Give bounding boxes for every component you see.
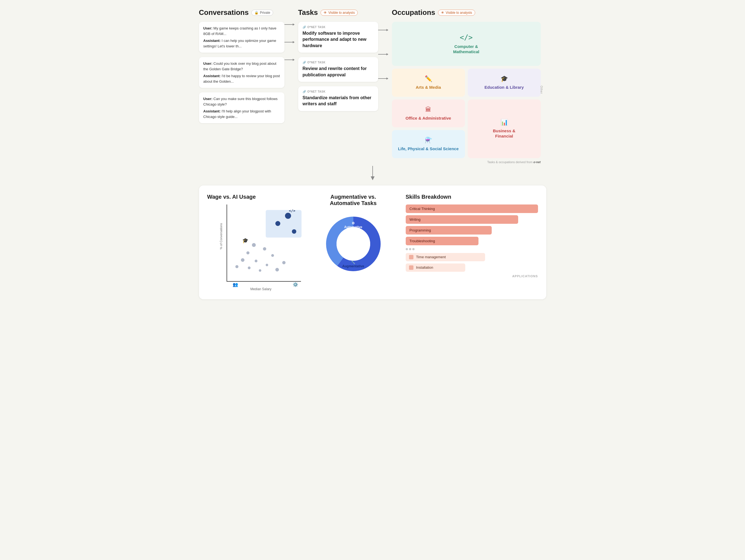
arrowhead-2	[293, 41, 295, 43]
more-skills-dots	[406, 248, 538, 250]
tasks-visible-badge: 👁 Visible to analysts	[321, 10, 358, 16]
computer-highlight-box	[266, 210, 301, 237]
wage-chart-column: Wage vs. AI Usage % of Conversations </>…	[207, 194, 301, 291]
wage-scatter-plot: </> 🎓	[227, 204, 301, 282]
occ-business-name: Business &Financial	[493, 128, 515, 139]
occ-arts-name: Arts & Media	[416, 85, 441, 90]
task-occ-arrow-1	[378, 29, 392, 31]
occ-life-science: ⚗️ Life, Physical & Social Science	[392, 130, 465, 158]
conv-to-task-arrows	[285, 8, 298, 61]
skill-bar-programming: Programming	[406, 226, 492, 234]
bottom-icon-right: ⚙️	[293, 282, 298, 287]
wage-chart-title: Wage vs. AI Usage	[207, 194, 301, 200]
conversations-column: Conversations 🔒 Private User: My game ke…	[199, 8, 285, 128]
wage-chart-area-wrapper: % of Conversations </> 🎓	[218, 204, 301, 291]
dot-2	[409, 248, 411, 250]
onet-note: Tasks & occupations derived from o·net	[392, 160, 541, 164]
scatter-dot-g7	[282, 261, 286, 264]
x-axis-label: Median Salary	[221, 287, 301, 291]
task-label-1: 🔗 O*NET TASK	[303, 26, 374, 29]
arrowhead-1	[293, 24, 295, 26]
skills-column: Skills Breakdown Critical Thinking Writi…	[406, 194, 538, 291]
skill-bar-troubleshooting: Troubleshooting	[406, 237, 479, 245]
occ-computer-name: Computer &Mathematical	[453, 44, 479, 55]
conv-user-1: User: My game keeps crashing as I only h…	[203, 26, 280, 36]
other-label: Other	[540, 86, 543, 94]
occ-education-name: Education & Library	[485, 85, 524, 90]
donut-hole	[336, 227, 370, 261]
arts-icon: ✏️	[425, 75, 432, 83]
task-label-3: 🔗 O*NET TASK	[303, 90, 374, 93]
arrow-line-2	[285, 42, 293, 42]
occ-business-financial: 📊 Business &Financial	[468, 99, 541, 158]
y-axis-label: % of Conversations	[219, 223, 222, 249]
occ-education-library: 🎓 Education & Library	[468, 69, 541, 97]
main-container: Conversations 🔒 Private User: My game ke…	[199, 8, 546, 299]
tasks-title: Tasks	[298, 8, 318, 17]
task-to-occ-arrows	[378, 8, 392, 80]
occ-science-name: Life, Physical & Social Science	[398, 146, 459, 152]
dot-3	[412, 248, 415, 250]
occ-visible-badge: 👁 Visible to analysts	[438, 10, 475, 16]
science-icon: ⚗️	[425, 137, 432, 144]
skill-bar-time-management: Time management	[406, 253, 485, 261]
scatter-dot-g5	[241, 258, 245, 262]
task-card-3: 🔗 O*NET TASK Standardize materials from …	[298, 86, 378, 111]
top-flow: Conversations 🔒 Private User: My game ke…	[199, 8, 546, 164]
skill-bar-critical-thinking: Critical Thinking	[406, 204, 538, 213]
occupations-grid: </> Computer &Mathematical ✏️ Arts & Med…	[392, 22, 541, 158]
private-badge: 🔒 Private	[251, 10, 273, 16]
education-icon: 🎓	[500, 75, 508, 83]
conversations-title: Conversations	[199, 8, 249, 17]
arrow-line-3	[285, 60, 293, 60]
scatter-dot-g4	[271, 254, 274, 257]
skill-bar-installation: Installation	[406, 263, 465, 272]
task-card-1: 🔗 O*NET TASK Modify software to improve …	[298, 22, 378, 53]
task-text-2: Review and rewrite content for publicati…	[303, 66, 374, 78]
automative-label: ⚙ Automative	[344, 221, 362, 229]
task-card-2: 🔗 O*NET TASK Review and rewrite content …	[298, 57, 378, 82]
tasks-header: Tasks 👁 Visible to analysts	[298, 8, 378, 17]
augmentative-label: 🔧 Augmentative	[342, 260, 364, 268]
conv-assistant-1: Assistant: I can help you optimize your …	[203, 38, 280, 49]
conversation-card-3: User: Can you make sure this blogpost fo…	[199, 92, 285, 123]
tasks-column: Tasks 👁 Visible to analysts 🔗 O*NET TASK…	[298, 8, 378, 116]
install-icon	[409, 265, 414, 270]
eye-icon: 👁	[324, 11, 327, 14]
task-text-1: Modify software to improve performance a…	[303, 30, 374, 49]
scatter-dot-g2	[263, 247, 266, 251]
donut-chart-title: Augmentative vs. Automative Tasks	[330, 194, 377, 206]
donut-chart-column: Augmentative vs. Automative Tasks ⚙ Auto…	[309, 194, 397, 291]
education-dot: 🎓	[242, 237, 248, 243]
conv-user-2: User: Could you look over my blog post a…	[203, 61, 280, 72]
down-arrow-svg	[366, 166, 380, 181]
down-arrow-container	[199, 164, 546, 186]
task-text-3: Standardize materials from other writers…	[303, 95, 374, 107]
applications-footer: APPLICATIONS	[406, 274, 538, 278]
scatter-dot-2	[276, 221, 280, 226]
scatter-dot-g8	[266, 264, 268, 266]
scatter-dot-g12	[259, 269, 261, 272]
conv-user-3: User: Can you make sure this blogpost fo…	[203, 96, 280, 107]
time-icon	[409, 255, 414, 259]
skill-bar-writing: Writing	[406, 215, 518, 224]
task-label-2: 🔗 O*NET TASK	[303, 61, 374, 64]
scatter-dot-g3	[247, 251, 250, 254]
computer-icon: </>	[460, 33, 473, 42]
business-icon: 📊	[500, 119, 508, 126]
arrow-line-1	[285, 24, 293, 25]
conversation-card-1: User: My game keeps crashing as I only h…	[199, 22, 285, 53]
computer-code-label: </>	[289, 209, 295, 213]
task-onet-icon-3: 🔗	[303, 90, 306, 93]
bottom-section: Wage vs. AI Usage % of Conversations </>…	[199, 186, 546, 299]
scatter-dot-g6	[255, 260, 257, 262]
occ-office-name: Office & Administrative	[406, 116, 451, 121]
scatter-dot-g9	[235, 265, 238, 268]
occupations-title: Occupations	[392, 8, 435, 17]
occ-computer-mathematical: </> Computer &Mathematical	[392, 22, 541, 66]
arrow-1	[285, 24, 298, 26]
dot-1	[406, 248, 408, 250]
arrowhead-3	[293, 59, 295, 61]
down-arrowhead	[371, 176, 375, 180]
task-onet-icon-1: 🔗	[303, 26, 306, 29]
